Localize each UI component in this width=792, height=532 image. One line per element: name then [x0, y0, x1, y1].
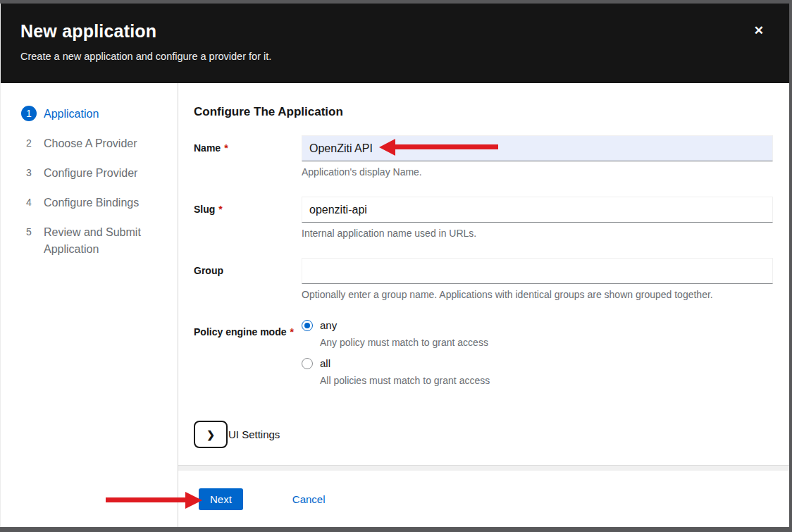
footer-separator — [178, 465, 789, 471]
wizard-footer: Next Cancel — [178, 471, 789, 527]
next-button[interactable]: Next — [199, 488, 243, 510]
ui-settings-expand-button[interactable]: ❯ — [194, 421, 228, 448]
wizard-step-configure-provider[interactable]: 3 Configure Provider — [1, 159, 178, 188]
wizard-step-application[interactable]: 1 Application — [1, 99, 178, 129]
form-row-name: Name* Application's display Name. — [194, 135, 773, 178]
radio-unselected-icon — [302, 358, 313, 369]
step-label: Configure Provider — [44, 165, 137, 182]
group-label: Group — [194, 258, 302, 300]
slug-helper-text: Internal application name used in URLs. — [302, 228, 773, 239]
policy-mode-all-helper: All policies must match to grant access — [320, 375, 773, 386]
name-field[interactable] — [302, 135, 773, 161]
step-number-badge: 1 — [21, 106, 37, 121]
step-label: Configure Bindings — [44, 194, 139, 211]
page-title: Configure The Application — [194, 105, 773, 119]
modal-header: New application Create a new application… — [1, 4, 789, 83]
policy-mode-any-helper: Any policy must match to grant access — [320, 337, 773, 348]
step-label: Application — [44, 106, 99, 123]
form-row-group: Group Optionally enter a group name. App… — [194, 258, 773, 300]
policy-mode-any-radio[interactable]: any — [302, 319, 773, 331]
chevron-right-icon: ❯ — [206, 429, 215, 440]
form-row-policy-engine-mode: Policy engine mode* any Any policy must … — [194, 319, 773, 395]
slug-label: Slug* — [194, 197, 302, 239]
wizard-main-column: Configure The Application Name* Applicat… — [178, 83, 789, 527]
step-number-badge: 2 — [21, 135, 37, 151]
name-helper-text: Application's display Name. — [302, 166, 773, 178]
wizard-content: Configure The Application Name* Applicat… — [178, 83, 789, 465]
form-row-slug: Slug* Internal application name used in … — [194, 197, 773, 239]
policy-engine-mode-label: Policy engine mode* — [194, 319, 302, 395]
slug-field[interactable] — [302, 197, 773, 223]
step-number-badge: 4 — [21, 194, 37, 210]
radio-label: all — [320, 357, 330, 369]
required-marker: * — [218, 204, 222, 215]
wizard-step-review-submit[interactable]: 5 Review and Submit Application — [1, 218, 178, 264]
required-marker: * — [290, 326, 293, 338]
modal-body: 1 Application 2 Choose A Provider 3 Conf… — [1, 83, 789, 527]
radio-selected-icon — [302, 320, 313, 331]
ui-settings-label: UI Settings — [228, 428, 280, 440]
policy-mode-all-radio[interactable]: all — [302, 357, 773, 369]
name-label: Name* — [194, 135, 302, 178]
step-number-badge: 5 — [21, 224, 37, 240]
modal-title: New application — [20, 21, 769, 42]
application-form: Name* Application's display Name. Slug* — [194, 135, 773, 448]
step-number-badge: 3 — [21, 165, 37, 180]
wizard-step-configure-bindings[interactable]: 4 Configure Bindings — [1, 188, 178, 218]
cancel-link[interactable]: Cancel — [292, 493, 326, 505]
radio-label: any — [320, 319, 337, 331]
modal-subtitle: Create a new application and configure a… — [20, 51, 769, 62]
step-label: Review and Submit Application — [44, 224, 160, 258]
close-icon[interactable]: ✕ — [754, 25, 764, 37]
wizard-step-choose-provider[interactable]: 2 Choose A Provider — [1, 129, 178, 159]
ui-settings-expandable: ❯ UI Settings — [194, 421, 773, 448]
required-marker: * — [224, 142, 228, 154]
group-field[interactable] — [302, 258, 773, 284]
new-application-modal: New application Create a new application… — [0, 4, 789, 527]
group-helper-text: Optionally enter a group name. Applicati… — [302, 289, 773, 300]
wizard-step-nav: 1 Application 2 Choose A Provider 3 Conf… — [1, 83, 178, 527]
step-label: Choose A Provider — [44, 135, 137, 152]
